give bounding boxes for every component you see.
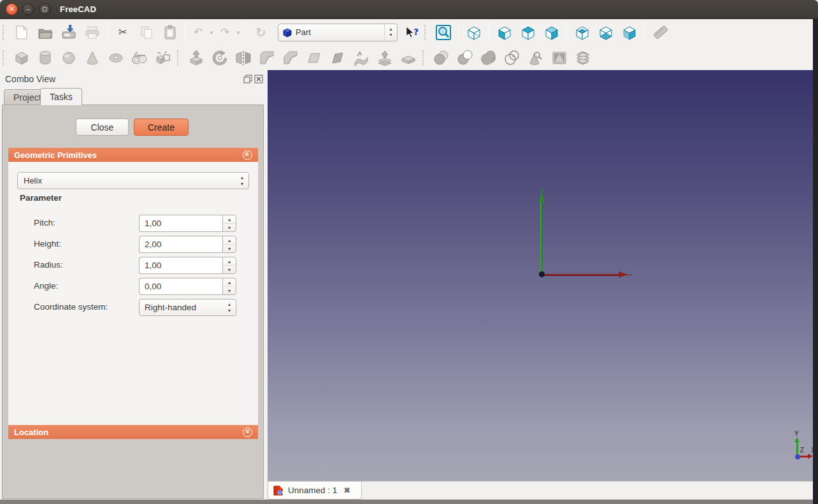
window-maximize-button[interactable]	[39, 3, 51, 15]
cross-sections-button[interactable]	[571, 48, 594, 68]
spin-down-icon[interactable]: ▾	[223, 266, 236, 273]
height-spinbox[interactable]: ▴▾	[139, 236, 236, 253]
cut-button[interactable]: ✂	[111, 22, 134, 43]
window-close-button[interactable]: ✕	[6, 3, 18, 15]
radius-input[interactable]	[139, 257, 222, 274]
axonometric-view-button[interactable]	[462, 22, 485, 43]
panel-close-icon[interactable]	[254, 75, 263, 83]
mirror-button[interactable]	[231, 48, 255, 68]
spin-down-icon[interactable]: ▾	[223, 224, 236, 231]
expand-icon[interactable]: «	[243, 428, 252, 437]
toolbar-grip[interactable]	[177, 50, 182, 66]
axis-orientation-indicator: Y Z X	[790, 430, 815, 465]
spin-up-icon[interactable]: ▴	[223, 257, 236, 266]
shape-builder-button[interactable]	[151, 48, 175, 68]
cut-boolean-button[interactable]	[453, 48, 477, 68]
intersection-button[interactable]	[500, 48, 524, 68]
rear-view-button[interactable]	[570, 22, 594, 43]
angle-spinbox[interactable]: ▴▾	[139, 278, 236, 295]
whats-this-button[interactable]: ?	[403, 22, 422, 43]
union-button[interactable]	[477, 48, 500, 68]
toolbar-grip[interactable]	[3, 25, 8, 40]
radius-spinbox[interactable]: ▴▾	[139, 257, 236, 274]
paste-button[interactable]	[158, 22, 182, 43]
new-file-button[interactable]	[10, 22, 33, 43]
spin-up-icon[interactable]: ▴	[223, 278, 236, 287]
open-file-button[interactable]	[33, 22, 57, 43]
front-view-button[interactable]	[492, 22, 516, 43]
x-axis	[542, 274, 621, 276]
primitives-button[interactable]	[127, 48, 151, 68]
section-geometric-primitives[interactable]: Geometric Primitives «	[8, 148, 258, 162]
combobox-arrows[interactable]: ▴▾	[223, 301, 236, 313]
cylinder-button[interactable]	[33, 48, 57, 68]
window-minimize-button[interactable]: –	[22, 3, 34, 15]
spin-down-icon[interactable]: ▾	[223, 287, 236, 294]
spin-up-icon[interactable]: ▴	[223, 236, 236, 245]
extrude-button[interactable]	[184, 48, 208, 68]
make-face-button[interactable]	[302, 48, 326, 68]
tab-tasks[interactable]: Tasks	[40, 88, 82, 105]
parameter-row-radius: Radius: ▴▾	[8, 257, 258, 274]
undo-dropdown[interactable]: ▾	[208, 29, 215, 36]
angle-spin-buttons[interactable]: ▴▾	[222, 278, 236, 295]
save-button[interactable]	[57, 22, 80, 43]
bottom-view-button[interactable]	[594, 22, 617, 43]
pitch-input[interactable]	[139, 215, 222, 232]
ruled-surface-button[interactable]	[326, 48, 349, 68]
undo-button[interactable]: ↶	[189, 22, 208, 43]
height-spin-buttons[interactable]: ▴▾	[222, 236, 236, 253]
sphere-button[interactable]	[57, 48, 80, 68]
right-view-button[interactable]	[540, 22, 563, 43]
refresh-button[interactable]: ↻	[249, 22, 273, 43]
redo-dropdown[interactable]: ▾	[234, 29, 242, 36]
print-button[interactable]	[80, 22, 104, 43]
viewport-3d[interactable]: Y Z X	[268, 70, 813, 481]
title-bar[interactable]: ✕ – FreeCAD	[0, 0, 818, 19]
measure-button[interactable]	[648, 22, 671, 43]
top-view-button[interactable]	[516, 22, 540, 43]
redo-button[interactable]: ↷	[215, 22, 234, 43]
combobox-arrows[interactable]: ▴▾	[236, 173, 248, 189]
section-location[interactable]: Location «	[8, 425, 258, 439]
spin-up-icon[interactable]: ▴	[223, 215, 236, 224]
panel-float-icon[interactable]	[243, 75, 252, 83]
copy-button[interactable]	[134, 22, 158, 43]
geometric-primitives-body: Helix ▴▾ Parameter Pitch: ▴▾ Height: ▴▾	[8, 162, 258, 425]
angle-input[interactable]	[139, 278, 222, 295]
shape-builder-icon	[155, 50, 171, 66]
toolbar-grip[interactable]	[422, 50, 427, 66]
primitive-type-select[interactable]: Helix ▴▾	[17, 172, 249, 189]
thickness-button[interactable]	[396, 48, 420, 68]
toolbar-grip[interactable]	[3, 50, 8, 66]
cone-button[interactable]	[80, 48, 104, 68]
height-input[interactable]	[139, 236, 222, 253]
toolbar-separator	[644, 24, 645, 41]
new-file-icon	[15, 25, 29, 40]
pitch-spin-buttons[interactable]: ▴▾	[222, 215, 236, 232]
close-button[interactable]: Close	[76, 119, 129, 136]
workbench-selector[interactable]: Part ▴▾	[278, 24, 398, 41]
document-tab-close-icon[interactable]: ✖	[343, 486, 350, 495]
collapse-icon[interactable]: «	[243, 150, 252, 160]
radius-spin-buttons[interactable]: ▴▾	[222, 257, 236, 274]
coordinate-system-select[interactable]: Right-handed ▴▾	[139, 299, 236, 316]
section-button[interactable]	[547, 48, 571, 68]
document-tab[interactable]: Unnamed : 1 ✖	[268, 482, 362, 500]
offset-button[interactable]	[373, 48, 396, 68]
torus-button[interactable]	[104, 48, 127, 68]
pitch-spinbox[interactable]: ▴▾	[139, 215, 236, 232]
fit-all-button[interactable]	[431, 22, 455, 43]
toolbar-grip[interactable]	[424, 25, 429, 40]
check-geometry-button[interactable]	[524, 48, 547, 68]
workbench-selector-arrows[interactable]: ▴▾	[384, 24, 397, 41]
revolve-button[interactable]	[208, 48, 231, 68]
box-button[interactable]	[10, 48, 33, 68]
fillet-button[interactable]	[255, 48, 278, 68]
spin-down-icon[interactable]: ▾	[223, 245, 236, 252]
left-view-button[interactable]	[617, 22, 641, 43]
create-button[interactable]: Create	[134, 119, 189, 136]
chamfer-button[interactable]	[278, 48, 302, 68]
boolean-button[interactable]	[429, 48, 453, 68]
loft-button[interactable]	[349, 48, 373, 68]
